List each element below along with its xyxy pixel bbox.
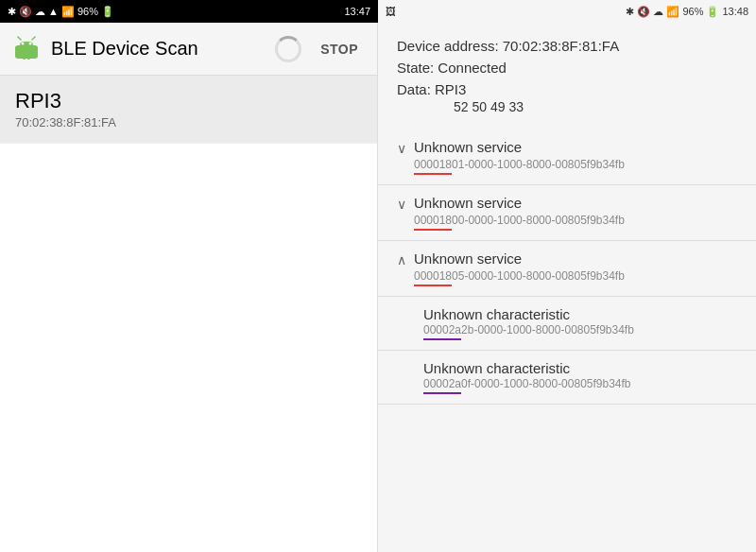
service-content-1: Unknown service 00001801-0000-1000-8000-…: [414, 139, 737, 175]
characteristic-item-2[interactable]: Unknown characteristic 00002a0f-0000-100…: [378, 351, 756, 405]
characteristic-uuid-2: 00002a0f-0000-1000-8000-00805f9b34fb: [423, 377, 737, 394]
svg-rect-9: [27, 54, 30, 60]
loading-spinner: [275, 36, 301, 62]
state-label: State: Connected: [397, 60, 737, 76]
service-content-3: Unknown service 00001805-0000-1000-8000-…: [414, 250, 737, 286]
stop-button[interactable]: STOP: [313, 38, 366, 60]
svg-rect-6: [15, 47, 18, 55]
characteristic-uuid-1: 00002a2b-0000-1000-8000-00805f9b34fb: [423, 323, 737, 340]
service-item-2[interactable]: ∨ Unknown service 00001800-0000-1000-800…: [378, 185, 756, 241]
device-address-label: Device address: 70:02:38:8F:81:FA: [397, 38, 737, 54]
status-bar-left: ✱ 🔇 ☁ ▲ 📶 96% 🔋 13:47: [0, 0, 378, 23]
device-list: RPI3 70:02:38:8F:81:FA: [0, 76, 377, 552]
svg-point-2: [22, 42, 25, 44]
svg-line-4: [18, 37, 21, 40]
characteristic-title-1: Unknown characteristic: [423, 306, 737, 322]
service-list: ∨ Unknown service 00001801-0000-1000-800…: [378, 129, 756, 405]
left-panel: BLE Device Scan STOP RPI3 70:02:38:8F:81…: [0, 23, 378, 552]
svg-point-3: [29, 42, 32, 44]
characteristic-item-1[interactable]: Unknown characteristic 00002a2b-0000-100…: [378, 297, 756, 351]
service-title-3: Unknown service: [414, 250, 737, 267]
uuid-underline-1: [414, 173, 452, 175]
chevron-down-icon-2: ∨: [397, 197, 406, 212]
android-logo-icon: [11, 34, 42, 64]
status-bar-right: 🖼 ✱ 🔇 ☁ 📶 96% 🔋 13:48: [378, 0, 756, 23]
service-title-1: Unknown service: [414, 139, 737, 155]
app-header: BLE Device Scan STOP: [0, 23, 377, 76]
svg-rect-7: [35, 47, 38, 55]
chevron-up-icon-3: ∧: [397, 252, 406, 267]
right-panel: Device address: 70:02:38:8F:81:FA State:…: [378, 23, 756, 552]
device-item[interactable]: RPI3 70:02:38:8F:81:FA: [0, 76, 377, 144]
right-time: 13:48: [722, 6, 748, 17]
data-hex: 52 50 49 33: [397, 99, 737, 114]
service-content-2: Unknown service 00001800-0000-1000-8000-…: [414, 195, 737, 231]
uuid-underline-2: [414, 229, 452, 231]
image-icon: 🖼: [386, 6, 408, 17]
device-info-section: Device address: 70:02:38:8F:81:FA State:…: [378, 23, 756, 129]
service-item-3[interactable]: ∧ Unknown service 00001805-0000-1000-800…: [378, 241, 756, 297]
service-uuid-1: 00001801-0000-1000-8000-00805f9b34fb: [414, 158, 625, 175]
left-time: 13:47: [344, 6, 370, 17]
chevron-down-icon-1: ∨: [397, 141, 406, 156]
device-address-left: 70:02:38:8F:81:FA: [15, 115, 362, 129]
svg-line-5: [32, 37, 35, 40]
service-item-1[interactable]: ∨ Unknown service 00001801-0000-1000-800…: [378, 129, 756, 185]
service-title-2: Unknown service: [414, 195, 737, 211]
characteristic-title-2: Unknown characteristic: [423, 360, 737, 376]
char-uuid-underline-2: [423, 392, 461, 394]
left-status-icons: ✱ 🔇 ☁ ▲ 📶 96% 🔋: [8, 6, 114, 18]
uuid-underline-3: [414, 285, 452, 286]
service-uuid-3: 00001805-0000-1000-8000-00805f9b34fb: [414, 269, 625, 286]
service-uuid-2: 00001800-0000-1000-8000-00805f9b34fb: [414, 214, 625, 231]
right-status-icons: ✱ 🔇 ☁ 📶 96% 🔋 13:48: [626, 6, 748, 18]
device-name: RPI3: [15, 89, 362, 113]
app-title: BLE Device Scan: [51, 38, 275, 60]
char-uuid-underline-1: [423, 338, 461, 340]
svg-rect-8: [23, 54, 26, 60]
data-label: Data: RPI3: [397, 81, 737, 97]
